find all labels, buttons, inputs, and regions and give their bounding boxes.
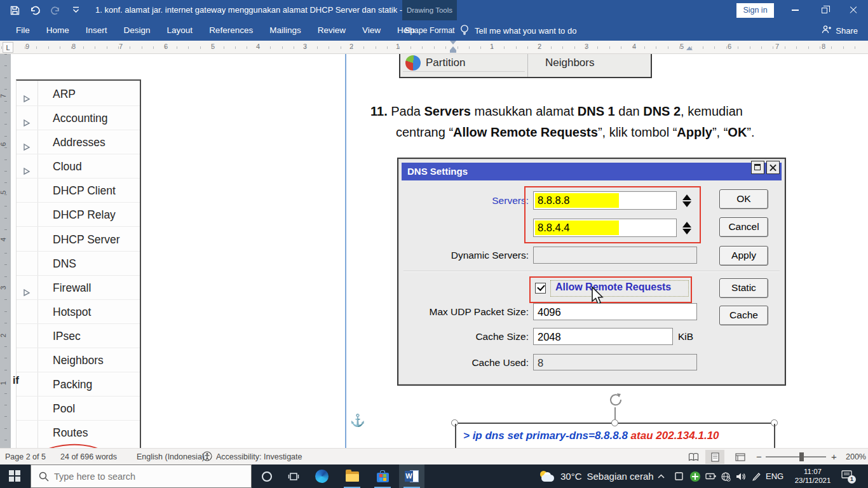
word-taskbar-button[interactable]: W (399, 464, 424, 488)
ruler-number: 6 (164, 43, 168, 50)
left-indent-marker[interactable] (450, 50, 456, 53)
language-indicator[interactable]: English (Indonesia) (137, 449, 205, 465)
tab-layout[interactable]: Layout (159, 20, 201, 41)
page-indicator[interactable]: Page 2 of 5 (5, 449, 46, 465)
document-canvas[interactable]: 7 6 5 4 3 2 1 ARP Accounting Addresses C… (0, 54, 868, 448)
paragraph-line-2: centrang “Allow Remote Requests”, klik t… (396, 122, 803, 143)
accessibility-status[interactable]: Accessibility: Investigate (216, 449, 302, 465)
minimize-icon (792, 10, 799, 11)
undo-icon[interactable] (29, 4, 41, 16)
taskbar-search-box[interactable] (31, 464, 252, 488)
tab-review[interactable]: Review (309, 20, 354, 41)
vertical-ruler[interactable]: 7 6 5 4 3 2 1 (0, 54, 11, 448)
lightbulb-icon (460, 24, 469, 37)
menu-item-cloud: Cloud (17, 154, 140, 179)
close-icon (850, 6, 857, 14)
zoom-in-button[interactable]: + (831, 449, 837, 465)
static-button: Static (719, 278, 768, 298)
tab-shape-format[interactable]: Shape Format (402, 20, 457, 41)
ribbon-tab-row: File Home Insert Design Layout Reference… (0, 20, 868, 41)
word-count[interactable]: 24 of 696 words (60, 449, 117, 465)
cortana-button[interactable] (254, 464, 280, 488)
tab-file[interactable]: File (8, 20, 38, 41)
zoom-slider-thumb[interactable] (799, 452, 804, 461)
ruler-number: 9 (25, 43, 29, 50)
tab-design[interactable]: Design (116, 20, 159, 41)
tab-references[interactable]: References (201, 20, 261, 41)
sign-in-button[interactable]: Sign in (736, 3, 774, 18)
cache-unit-label: KiB (678, 328, 693, 345)
menu-item-neighbors: Neighbors (17, 348, 140, 372)
print-layout-button[interactable] (705, 450, 724, 464)
tab-insert[interactable]: Insert (78, 20, 116, 41)
taskbar: W 30°C Sebagian cerah (0, 464, 868, 488)
web-layout-button[interactable] (731, 450, 750, 464)
restore-button[interactable] (810, 0, 839, 20)
edge-button[interactable] (309, 464, 334, 488)
zoom-out-button[interactable]: − (756, 449, 762, 465)
paragraph-line-1: 11. Pada Servers masukkan alamat DNS 1 d… (370, 101, 803, 122)
selection-handle[interactable] (611, 419, 618, 426)
word-icon: W (405, 470, 419, 482)
cache-used-label: Cache Used: (405, 354, 529, 372)
language-indicator[interactable]: ENG (766, 464, 783, 488)
battery-icon[interactable] (703, 464, 718, 488)
dialog-maximize-button (751, 161, 764, 174)
save-icon[interactable] (9, 4, 20, 16)
menu-item-dhcp-relay: DHCP Relay (17, 203, 140, 227)
tray-antivirus-icon[interactable] (688, 464, 703, 488)
redo-icon[interactable] (50, 4, 61, 16)
separator (403, 271, 780, 272)
start-button[interactable] (0, 464, 25, 488)
dialog-title-bar: DNS Settings (402, 163, 782, 180)
servers-annotation-rect (524, 186, 701, 243)
first-line-indent-marker[interactable] (450, 41, 456, 44)
ruler-number: 2 (538, 43, 541, 50)
command-text[interactable]: > ip dns set primary-dns=8.8.8.8 atau 20… (463, 430, 719, 442)
notification-badge: 1 (848, 475, 856, 484)
tab-home[interactable]: Home (38, 20, 78, 41)
task-view-button[interactable] (281, 464, 306, 488)
tab-mailings[interactable]: Mailings (261, 20, 309, 41)
vruler-ticks (4, 54, 7, 448)
read-mode-button[interactable] (684, 450, 703, 464)
zoom-slider-track[interactable] (766, 456, 826, 458)
tray-chevron-button[interactable] (653, 464, 668, 488)
store-button[interactable] (370, 464, 395, 488)
pen-icon[interactable] (749, 464, 764, 488)
zoom-percentage[interactable]: 200% (846, 449, 866, 465)
share-button[interactable]: Share (822, 20, 858, 41)
command-text-red: atau 202.134.1.10 (631, 430, 719, 442)
tell-me-label: Tell me what you want to do (475, 26, 576, 36)
tray-tablet-icon[interactable] (671, 464, 686, 488)
volume-icon[interactable] (733, 464, 749, 488)
dialog-title: DNS Settings (407, 166, 468, 177)
tell-me-box[interactable]: Tell me what you want to do (460, 20, 576, 41)
cell-divider (527, 54, 528, 77)
status-bar: Page 2 of 5 24 of 696 words English (Ind… (0, 448, 868, 464)
network-globe-icon[interactable] (718, 464, 733, 488)
rotate-stem (614, 407, 616, 419)
cropped-text-fragment: if (13, 375, 19, 386)
allow-annotation-rect (529, 276, 692, 303)
file-explorer-button[interactable] (339, 464, 365, 488)
paragraph-step-11[interactable]: 11. Pada Servers masukkan alamat DNS 1 d… (370, 101, 803, 143)
weather-widget[interactable]: 30°C Sebagian cerah (539, 464, 654, 488)
horizontal-ruler[interactable]: 9 8 7 6 5 4 3 2 1 1 2 3 4 5 6 7 8 (0, 41, 868, 54)
close-button[interactable] (839, 0, 868, 20)
ruler-number: 3 (585, 43, 588, 50)
search-input[interactable] (54, 471, 232, 482)
notification-center-button[interactable]: 1 (841, 470, 853, 483)
ruler-number: 7 (119, 43, 123, 50)
customize-qat-icon[interactable] (70, 4, 81, 16)
taskbar-clock[interactable]: 11:07 23/11/2021 (790, 467, 836, 485)
minimize-button[interactable] (780, 0, 810, 20)
ruler-number: 4 (632, 43, 636, 50)
tab-stop-selector[interactable]: L (3, 42, 13, 53)
menu-item-firewall: Firewall (17, 276, 140, 300)
file-explorer-icon (346, 471, 359, 482)
tab-view[interactable]: View (354, 20, 389, 41)
ruler-ticks (1, 46, 867, 49)
menu-item-routes: Routes (17, 421, 140, 445)
right-indent-marker[interactable] (686, 46, 693, 50)
